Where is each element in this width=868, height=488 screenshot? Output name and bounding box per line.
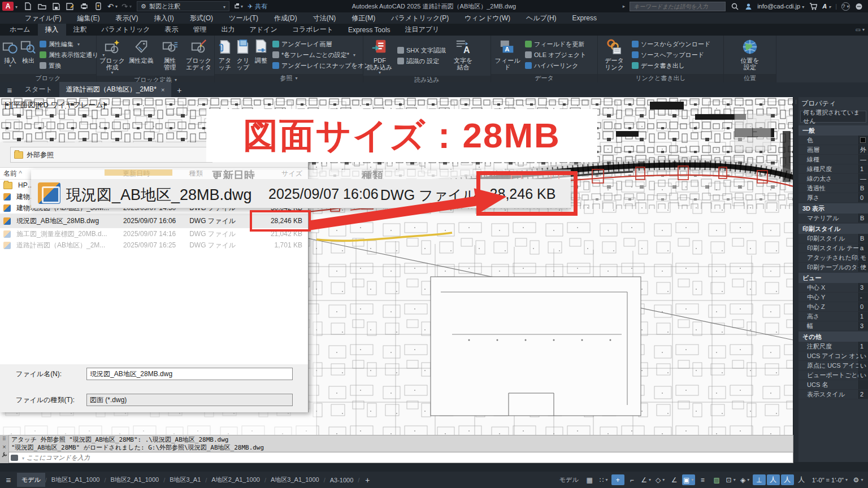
- underlay-layers-button[interactable]: アンダーレイ画層: [272, 40, 376, 49]
- palette-grip[interactable]: ⁞: [793, 97, 798, 462]
- property-row[interactable]: 線の太さ—: [798, 174, 868, 184]
- isodraft-icon[interactable]: ◇: [654, 474, 667, 485]
- property-row[interactable]: 注釈尺度1: [798, 342, 868, 351]
- command-close-icon[interactable]: ×: [2, 443, 6, 450]
- shx-text-recognition-button[interactable]: SHX 文字認識: [397, 46, 446, 55]
- ribbon-tab-output[interactable]: 出力: [214, 24, 242, 36]
- save-as-icon[interactable]: [66, 2, 75, 11]
- share-button[interactable]: ✈ 共有: [248, 2, 267, 11]
- filename-input[interactable]: 現況図_AB地区_28MB.dwg: [86, 368, 293, 380]
- autodesk-logo-icon[interactable]: A: [822, 3, 831, 10]
- property-row[interactable]: 色: [798, 136, 868, 145]
- property-row[interactable]: アタッチされた印刷...モ: [798, 253, 868, 263]
- command-wrench-icon[interactable]: [2, 452, 7, 459]
- file-row[interactable]: 道路計画図（AB地区）_2M... 2025/09/07 16:25 DWG フ…: [0, 239, 308, 251]
- annotation-scale-button[interactable]: 1'-0" = 1'-0": [809, 477, 850, 483]
- search-input[interactable]: [632, 3, 723, 10]
- section-plotstyle[interactable]: 印刷スタイル: [798, 224, 868, 234]
- panel-footer-link[interactable]: リンクと書き出し: [598, 74, 723, 82]
- command-grip-icon[interactable]: ⠿: [2, 436, 6, 442]
- property-row[interactable]: 表示スタイル2: [798, 390, 868, 399]
- customization-gear-icon[interactable]: ⚙: [852, 474, 865, 485]
- panel-footer-reference[interactable]: 参照: [215, 74, 363, 82]
- annotation-autoscale-icon[interactable]: 人: [781, 474, 794, 485]
- menu-modify[interactable]: 修正(M): [344, 14, 383, 23]
- panel-footer-block[interactable]: ブロック: [0, 74, 96, 82]
- ribbon-tab-express[interactable]: Express Tools: [341, 24, 397, 36]
- layout-tab[interactable]: B地区2_A1_1000: [106, 473, 164, 487]
- property-row[interactable]: 線種尺度1: [798, 164, 868, 174]
- section-3d[interactable]: 3D 表示: [798, 203, 868, 213]
- property-row[interactable]: 透過性B: [798, 184, 868, 193]
- new-layout-icon[interactable]: +: [359, 473, 375, 487]
- dynamic-ucs-icon[interactable]: ⊥: [753, 474, 766, 485]
- menu-express[interactable]: Express: [565, 14, 605, 22]
- menu-tools[interactable]: ツール(T): [221, 14, 266, 23]
- open-folder-icon[interactable]: [37, 2, 46, 11]
- polar-tracking-icon[interactable]: ∠: [640, 474, 653, 485]
- lineweight-icon[interactable]: ≡: [696, 474, 709, 485]
- combine-text-button[interactable]: A 文字を 結合: [449, 37, 478, 75]
- tab-active-document[interactable]: 道路計画図（AB地区）_2MB* ×: [59, 82, 171, 97]
- frame-settings-button[interactable]: *各フレームごとの設定*: [272, 51, 376, 59]
- viewport-label[interactable]: [-][平面図][2D ワイヤフレーム]: [5, 101, 105, 109]
- search-box[interactable]: [630, 2, 726, 11]
- attribute-display-button[interactable]: 属性表示指定通り: [40, 51, 105, 59]
- ribbon-tab-manage[interactable]: 管理: [186, 24, 214, 36]
- ribbon-tab-collaborate[interactable]: コラボレート: [285, 24, 341, 36]
- menu-insert[interactable]: 挿入(I): [146, 14, 181, 23]
- layout-tab[interactable]: A地区3_A1_1000: [266, 473, 324, 487]
- panel-footer-location[interactable]: 位置: [724, 74, 776, 82]
- tab-start[interactable]: スタート: [18, 82, 59, 97]
- account-menu[interactable]: info@cad-cdi.jp: [757, 3, 804, 10]
- command-history[interactable]: アタッチ 外部参照 "現況図_AB地区_28MB": .\現況図_AB地区_28…: [8, 435, 793, 454]
- clip-button[interactable]: クリップ: [235, 37, 251, 73]
- ribbon-tab-insert[interactable]: 挿入: [38, 24, 66, 36]
- adjust-button[interactable]: 調整: [253, 37, 270, 73]
- section-general[interactable]: 一般: [798, 125, 868, 136]
- property-row[interactable]: 幅3: [798, 321, 868, 331]
- menu-window[interactable]: ウィンドウ(W): [457, 14, 518, 23]
- collapse-chevron-icon[interactable]: ▸: [623, 3, 626, 9]
- cart-icon[interactable]: [809, 2, 818, 11]
- layout-menu-icon[interactable]: ≡: [0, 473, 17, 487]
- search-icon[interactable]: [730, 2, 739, 11]
- plot-icon[interactable]: [80, 2, 89, 11]
- object-snap-tracking-icon[interactable]: ∠: [668, 474, 681, 485]
- ribbon-tab-parametric[interactable]: パラメトリック: [94, 24, 158, 36]
- extract-data-button[interactable]: データ書き出し: [632, 62, 710, 70]
- ole-object-button[interactable]: OLE オブジェクト: [525, 51, 587, 59]
- create-block-button[interactable]: ブロック 作成: [98, 37, 126, 75]
- field-button[interactable]: A フィールド: [493, 37, 522, 73]
- workspace-switcher[interactable]: ⚙ 製図と注釈: [137, 1, 229, 11]
- set-location-button[interactable]: 位置を 設定: [735, 37, 765, 73]
- replace-block-button[interactable]: 置換: [40, 62, 105, 70]
- new-file-icon[interactable]: [23, 2, 32, 11]
- model-space-button[interactable]: モデル: [556, 474, 582, 486]
- attribute-edit-button[interactable]: 属性編集: [40, 40, 105, 49]
- menu-format[interactable]: 形式(O): [182, 14, 221, 23]
- download-from-source-button[interactable]: ソースからダウンロード: [632, 40, 710, 49]
- property-row[interactable]: 中心 Z0: [798, 302, 868, 312]
- define-attribute-button[interactable]: 属性定義: [127, 37, 155, 75]
- attach-button[interactable]: アタッチ: [216, 37, 233, 73]
- property-row[interactable]: 印刷スタイルB: [798, 234, 868, 243]
- property-row[interactable]: 線種—: [798, 155, 868, 164]
- autocad-logo[interactable]: A: [2, 2, 14, 11]
- layout-tab-model[interactable]: モデル: [17, 473, 45, 487]
- mobile-upload-icon[interactable]: [94, 2, 103, 11]
- snap-mode-icon[interactable]: ∷: [597, 474, 610, 485]
- object-snap-icon[interactable]: ▣: [682, 474, 695, 485]
- upload-to-source-button[interactable]: ソースへアップロード: [632, 51, 710, 59]
- ribbon-tab-featured[interactable]: 注目アプリ: [398, 24, 447, 36]
- update-fields-button[interactable]: フィールドを更新: [525, 40, 587, 49]
- doc-tab-menu-icon[interactable]: ≡: [1, 83, 18, 97]
- ribbon-tab-view[interactable]: 表示: [158, 24, 186, 36]
- viewcube[interactable]: 上: [735, 114, 771, 150]
- command-input[interactable]: ここにコマンドを入力: [8, 452, 793, 463]
- property-row[interactable]: 原点に UCS アイコンい: [798, 361, 868, 371]
- ortho-icon[interactable]: ⌐: [626, 474, 639, 485]
- selection-cycling-icon[interactable]: ⊡: [724, 474, 737, 485]
- 3d-object-snap-icon[interactable]: ◈: [739, 474, 752, 485]
- layout-tab[interactable]: A地区2_A1_1000: [207, 473, 264, 487]
